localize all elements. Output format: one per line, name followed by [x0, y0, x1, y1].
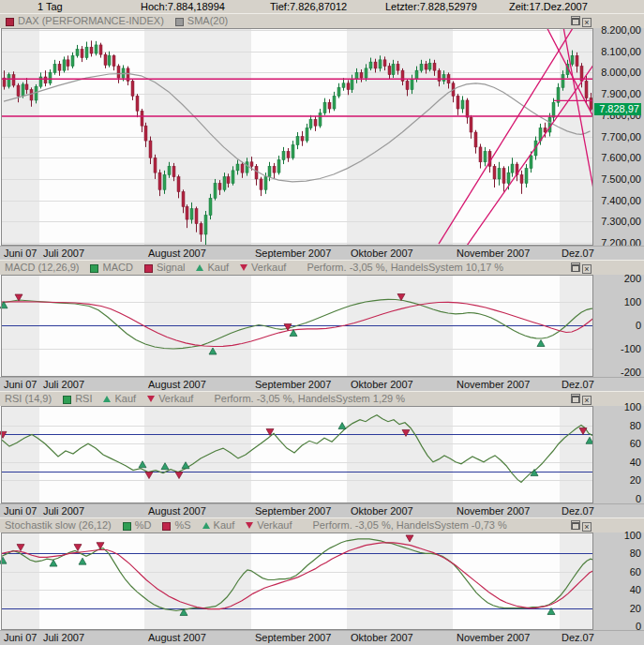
rsi-window-buttons: × [569, 394, 592, 405]
verkauf-triangle-icon [147, 396, 155, 402]
macd-value-axis: 2001000-100-200 [593, 275, 644, 377]
month-label: Juli 2007 [43, 505, 84, 517]
macd-legend-label-1: Signal [157, 261, 186, 275]
month-label: Oktober 2007 [351, 632, 413, 643]
stoch-params-label: Stochastik slow (26,12) [5, 518, 112, 532]
dax-axis-tick: 7.500,00 [601, 173, 641, 185]
stoch-chart-canvas [0, 532, 593, 630]
restore-button[interactable] [571, 394, 580, 403]
sma-20-swatch-icon [175, 18, 184, 26]
month-label: August 2007 [148, 632, 206, 643]
close-button[interactable]: × [582, 522, 592, 532]
dax-legend-label-0: DAX (PERFORMANCE-INDEX) [18, 14, 164, 28]
month-axis-strip-1: Juni 07Juli 2007August 2007September 200… [0, 377, 644, 392]
month-label: August 2007 [148, 379, 206, 390]
macd-axis-tick: 200 [624, 273, 641, 284]
last-label: Letzter:7.828,52979 [385, 0, 477, 13]
month-label: Dez.07 [562, 379, 594, 390]
month-axis-strip-2: Juni 07Juli 2007August 2007September 200… [0, 503, 644, 518]
macd-legend-label-0: MACD [102, 261, 132, 275]
-s-swatch-icon [162, 522, 171, 531]
low-label: Tief:7.826,87012 [270, 0, 347, 13]
stoch-legend-label-3: Verkauf [257, 518, 292, 532]
rsi-performance-label: Perform. -3,05 %, HandelsSystem 1,29 % [214, 392, 405, 406]
month-label: Oktober 2007 [351, 505, 413, 517]
month-label: November 2007 [457, 379, 530, 390]
macd-plot[interactable] [0, 275, 593, 377]
quote-info-bar: 1 Tag Hoch:7.884,18994 Tief:7.826,87012 … [0, 0, 644, 14]
restore-icon [572, 264, 579, 272]
stoch-legend-label-1: %S [174, 518, 190, 532]
dax-axis-tick: 7.600,00 [601, 152, 641, 163]
dax-axis-tick: 8.200,00 [601, 24, 641, 36]
kauf-triangle-icon [196, 264, 203, 271]
macd-legend-label-3: Verkauf [251, 261, 286, 275]
close-button[interactable]: × [582, 396, 592, 405]
month-label: November 2007 [457, 505, 530, 517]
panel-dax-header: DAX (PERFORMANCE-INDEX)SMA(20)× [0, 13, 644, 29]
signal-swatch-icon [144, 264, 153, 273]
month-label: September 2007 [255, 505, 331, 517]
month-label: Juli 2007 [43, 632, 84, 643]
restore-button[interactable] [571, 262, 580, 272]
rsi-value-axis: 100806040200 [593, 406, 644, 503]
dax-legend-label-1: SMA(20) [187, 14, 228, 28]
stoch-axis-tick: 80 [630, 548, 641, 559]
rsi-plot[interactable] [0, 406, 593, 503]
macd-chart-canvas [0, 275, 593, 377]
rsi-axis-tick: 40 [630, 457, 641, 468]
last-price-tag: 7.828,97 [594, 103, 641, 115]
time-label: Zeit:17.Dez.2007 [509, 0, 588, 13]
month-label: November 2007 [457, 632, 530, 643]
macd-axis-tick: -100 [621, 343, 641, 354]
month-label: Juli 2007 [43, 379, 84, 390]
dax-axis-tick: 7.400,00 [601, 195, 641, 206]
rsi-axis-tick: 100 [624, 401, 641, 412]
panel-rsi-header: RSI (14,9)RSIKaufVerkaufPerform. -3,05 %… [0, 391, 644, 407]
month-label: September 2007 [255, 379, 331, 390]
month-label: Juni 07 [4, 379, 37, 390]
rsi-axis-tick: 80 [630, 420, 641, 431]
restore-button[interactable] [571, 16, 580, 25]
rsi-legend-label-1: Kauf [114, 392, 136, 406]
restore-icon [572, 18, 579, 25]
rsi-chart-canvas [0, 406, 593, 503]
dax-value-axis: 8.200,008.100,008.000,007.900,007.800,00… [593, 28, 644, 246]
rsi-axis-tick: 60 [630, 438, 641, 449]
panel-macd-header: MACD (12,26,9)MACDSignalKaufVerkaufPerfo… [0, 260, 644, 276]
dax-axis-tick: 7.700,00 [601, 131, 641, 142]
stoch-plot[interactable] [0, 532, 593, 630]
dax-axis-tick: 8.000,00 [601, 67, 641, 78]
dax-chart-canvas [0, 28, 593, 246]
month-label: September 2007 [255, 248, 331, 259]
month-label: Juni 07 [4, 632, 37, 643]
macd-params-label: MACD (12,26,9) [5, 261, 79, 275]
month-label: Oktober 2007 [351, 248, 413, 259]
close-button[interactable]: × [582, 18, 592, 27]
month-label: November 2007 [457, 248, 530, 259]
stoch-legend-label-0: %D [135, 518, 152, 532]
stoch-axis-tick: 40 [630, 584, 641, 595]
month-label: Juli 2007 [43, 248, 84, 259]
stoch-axis-tick: 60 [630, 566, 641, 578]
dax-plot[interactable] [0, 28, 593, 246]
month-label: Juni 07 [4, 505, 37, 517]
-d-swatch-icon [123, 522, 131, 531]
month-axis-strip-0: Juni 07Juli 2007August 2007September 200… [0, 246, 644, 261]
month-axis-strip-3: Juni 07Juli 2007August 2007September 200… [0, 630, 644, 645]
close-button[interactable]: × [582, 264, 592, 274]
macd-axis-tick: 100 [624, 296, 641, 308]
rsi-swatch-icon [63, 396, 71, 404]
dax-window-buttons: × [569, 16, 592, 27]
macd-performance-label: Perform. -3,05 %, HandelsSystem 10,17 % [307, 261, 503, 275]
stoch-window-buttons: × [569, 520, 592, 532]
kauf-triangle-icon [103, 396, 111, 402]
restore-button[interactable] [571, 520, 580, 530]
rsi-legend-label-2: Verkauf [158, 392, 193, 406]
month-label: August 2007 [148, 248, 206, 259]
verkauf-triangle-icon [240, 264, 247, 271]
high-label: Hoch:7.884,18994 [141, 0, 225, 13]
charting-app: 1 Tag Hoch:7.884,18994 Tief:7.826,87012 … [0, 0, 644, 645]
month-label: Dez.07 [562, 248, 594, 259]
restore-icon [572, 396, 579, 403]
